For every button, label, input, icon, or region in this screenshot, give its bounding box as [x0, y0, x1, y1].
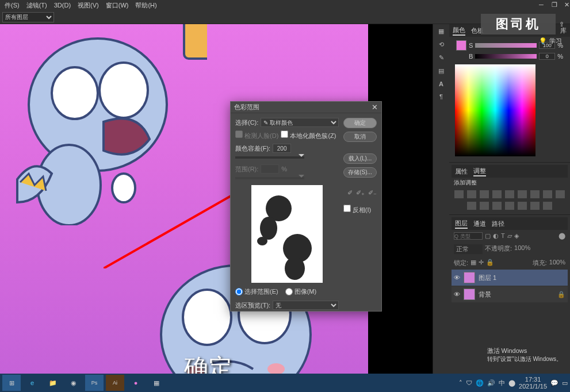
layer-row-2[interactable]: 👁 背景 🔒	[452, 286, 568, 302]
eyedropper-icon[interactable]: ✐	[347, 189, 353, 197]
adj-exposure-icon[interactable]	[492, 190, 502, 198]
adj-curves-icon[interactable]	[480, 190, 489, 198]
select-dropdown[interactable]: ✎ 取样颜色	[261, 118, 339, 127]
tab-layers[interactable]: 图层	[455, 219, 468, 229]
b-value[interactable]	[539, 53, 555, 60]
layer-name[interactable]: 背景	[479, 290, 491, 299]
layer-row-1[interactable]: 👁 图层 1	[452, 270, 568, 286]
photoshop-icon[interactable]: Ps	[85, 375, 104, 391]
eyedropper-add-icon[interactable]: ✐₊	[356, 189, 365, 197]
visibility-icon[interactable]: 👁	[454, 274, 460, 281]
adj-hue-icon[interactable]	[518, 190, 527, 198]
dialog-close-icon[interactable]: ✕	[372, 103, 378, 112]
filter-pixel-icon[interactable]: ▢	[485, 232, 491, 240]
adj-photo-icon[interactable]	[556, 190, 565, 198]
layer-filter-select[interactable]: 所有图层	[2, 12, 54, 22]
share-icon[interactable]: ⇪	[559, 21, 564, 28]
save-button[interactable]: 存储(S)...	[343, 167, 377, 178]
opacity-value[interactable]: 100%	[514, 244, 530, 254]
menu-filter[interactable]: 滤镜(T)	[23, 1, 51, 10]
localized-checkbox[interactable]: 本地化颜色簇(Z)	[281, 130, 336, 140]
clock-time[interactable]: 17:31	[519, 376, 547, 383]
chrome-icon[interactable]: ◉	[64, 375, 83, 391]
adj-selcolor-icon[interactable]	[543, 202, 552, 210]
tray-misc-icon[interactable]: ⬤	[508, 379, 515, 387]
s-slider[interactable]	[475, 43, 537, 48]
visibility-icon[interactable]: 👁	[454, 291, 460, 298]
adj-poster-icon[interactable]	[505, 202, 514, 210]
menu-file[interactable]: 件(S)	[1, 1, 23, 10]
layer-name[interactable]: 图层 1	[479, 274, 496, 282]
detect-faces-checkbox[interactable]: 检测人脸(D)	[235, 130, 278, 140]
blend-mode-select[interactable]: 正常	[454, 244, 483, 254]
lock-pixels-icon[interactable]: ▦	[470, 259, 476, 267]
filter-shape-icon[interactable]: ▱	[507, 232, 512, 240]
filter-adjust-icon[interactable]: ◐	[493, 232, 499, 240]
adj-lookup-icon[interactable]	[480, 202, 489, 210]
filter-type-icon[interactable]: T	[501, 232, 505, 240]
foreground-swatch[interactable]	[456, 40, 466, 51]
adj-mixer-icon[interactable]	[467, 202, 476, 210]
tray-icon[interactable]: ▭	[562, 379, 568, 387]
tray-volume-icon[interactable]: 🔊	[487, 379, 495, 387]
lock-position-icon[interactable]: ✛	[479, 259, 484, 267]
load-button[interactable]: 载入(L)...	[343, 153, 377, 164]
tray-ime-icon[interactable]: 中	[499, 379, 505, 387]
menu-3d[interactable]: 3D(D)	[51, 2, 74, 9]
edge-icon[interactable]: e	[23, 375, 41, 391]
paragraph-icon[interactable]: ¶	[439, 93, 443, 100]
adj-levels-icon[interactable]	[467, 190, 476, 198]
preview-dropdown[interactable]: 无	[273, 301, 339, 310]
tab-properties[interactable]: 属性	[455, 167, 468, 176]
tray-security-icon[interactable]: 🛡	[466, 379, 472, 386]
adj-bw-icon[interactable]	[543, 190, 552, 198]
notifications-icon[interactable]: 💬	[550, 379, 558, 387]
minimize-icon[interactable]: ─	[535, 1, 542, 9]
adj-threshold-icon[interactable]	[518, 202, 527, 210]
menu-view[interactable]: 视图(V)	[74, 1, 102, 10]
panel-icon[interactable]: ▦	[438, 28, 444, 35]
filter-smart-icon[interactable]: ◈	[514, 232, 519, 240]
app-icon[interactable]: ▦	[147, 375, 166, 391]
tab-paths[interactable]: 路径	[492, 220, 504, 228]
explorer-icon[interactable]: 📁	[44, 375, 62, 391]
radio-image[interactable]: 图像(M)	[285, 287, 317, 296]
clock-date[interactable]: 2021/1/15	[519, 383, 547, 390]
radio-selection[interactable]: 选择范围(E)	[235, 287, 278, 296]
adj-vibrance-icon[interactable]	[505, 190, 514, 198]
restore-icon[interactable]: ❐	[548, 1, 555, 9]
invert-checkbox[interactable]: 反相(I)	[343, 205, 377, 214]
adj-brightness-icon[interactable]	[454, 190, 464, 198]
show-desktop-button[interactable]: ⊞	[2, 375, 21, 391]
adj-colorbalance-icon[interactable]	[530, 190, 540, 198]
menu-window[interactable]: 窗口(W)	[102, 1, 132, 10]
tab-adjustments[interactable]: 调整	[473, 167, 486, 176]
dialog-titlebar[interactable]: 色彩范围 ✕	[231, 102, 381, 113]
fill-value[interactable]: 100%	[549, 259, 565, 267]
tab-channels[interactable]: 通道	[473, 220, 486, 228]
layer-filter-input[interactable]	[454, 232, 483, 240]
adj-gradmap-icon[interactable]	[530, 202, 540, 210]
b-slider[interactable]	[475, 54, 537, 59]
brush-panel-icon[interactable]: ✎	[439, 54, 444, 62]
selection-preview[interactable]	[251, 185, 323, 283]
learn-button[interactable]: 💡学习	[539, 37, 562, 45]
tray-up-icon[interactable]: ˄	[459, 379, 462, 387]
layer-thumbnail[interactable]	[464, 289, 475, 300]
tab-color[interactable]: 颜色	[453, 26, 465, 36]
fuzziness-slider[interactable]	[235, 156, 304, 159]
filter-toggle[interactable]: ⬤	[558, 232, 565, 240]
color-spectrum[interactable]	[455, 64, 535, 156]
eyedropper-sub-icon[interactable]: ✐₋	[368, 189, 377, 197]
lock-all-icon[interactable]: 🔒	[486, 259, 494, 267]
fuzziness-input[interactable]	[273, 144, 291, 153]
layer-thumbnail[interactable]	[464, 272, 475, 283]
close-icon[interactable]: ✕	[561, 1, 568, 9]
app-icon[interactable]: ●	[127, 375, 145, 391]
swatches-icon[interactable]: ▤	[438, 67, 444, 75]
history-icon[interactable]: ⟲	[439, 41, 444, 48]
cancel-button[interactable]: 取消	[343, 132, 377, 142]
tray-network-icon[interactable]: 🌐	[476, 379, 484, 387]
type-icon[interactable]: A	[439, 80, 443, 87]
illustrator-icon[interactable]: Ai	[106, 375, 124, 391]
